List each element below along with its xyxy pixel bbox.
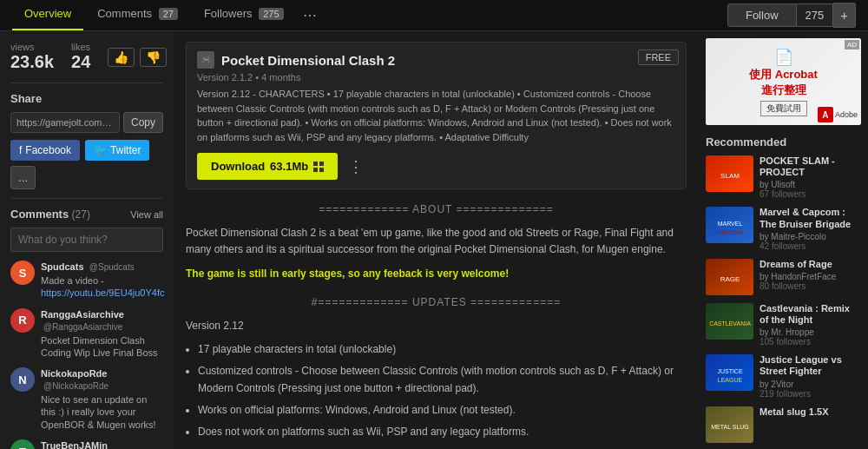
share-url-input[interactable] — [10, 112, 120, 133]
rec-thumb-svg: RAGE — [706, 259, 753, 295]
bullet-item: Customized controls - Choose between Cla… — [198, 363, 687, 396]
rec-info: Dreams of Rage by HandonFretFace 80 foll… — [760, 259, 861, 295]
download-size: 63.1Mb — [270, 160, 308, 173]
view-all-link[interactable]: View all — [130, 209, 163, 220]
about-text2: The game is still in early stages, so an… — [186, 266, 687, 282]
about-heading: ============= ABOUT ============== — [186, 201, 687, 218]
rec-item[interactable]: RAGE Dreams of Rage by HandonFretFace 80… — [706, 259, 861, 295]
rec-item[interactable]: METAL SLUG Metal slug 1.5X — [706, 406, 861, 443]
rec-item[interactable]: CASTLEVANIA Castlevania : Remix of the N… — [706, 303, 861, 347]
comment-handle: @RanggaAsiarchive — [43, 322, 122, 332]
ad-line2: 進行整理 — [761, 83, 806, 98]
nav-followers[interactable]: Followers 275 — [192, 0, 296, 30]
comment-link[interactable]: https://youtu.be/9EU4ju0Y4fc — [41, 287, 164, 298]
game-header-card: FREE 🎮 Pocket Dimensional Clash 2 Versio… — [186, 42, 687, 189]
rec-item[interactable]: SLAM POCKET SLAM - PROJECT by Ulisoft 67… — [706, 155, 861, 199]
rec-item[interactable]: MARVEL CAPCOM Marvel & Capcom : The Brui… — [706, 207, 861, 250]
ad-line1: 使用 Acrobat — [749, 67, 818, 83]
comment-user: TrueBenJAMin — [41, 440, 108, 449]
svg-text:METAL SLUG: METAL SLUG — [711, 424, 749, 430]
ad-icon: 📄 — [774, 48, 793, 67]
views-value: 23.6k — [10, 52, 54, 72]
svg-text:LEAGUE: LEAGUE — [718, 377, 743, 383]
follow-plus-button[interactable]: + — [833, 3, 856, 28]
likes-stat: likes 24 — [71, 42, 90, 72]
download-grid-icon — [313, 162, 324, 172]
avatar: T — [10, 439, 35, 449]
comments-count: (27) — [72, 208, 90, 221]
twitter-button[interactable]: 🐦 Twitter — [85, 140, 149, 161]
bullet-item: Does not work on platforms such as Wii, … — [198, 424, 687, 440]
svg-text:RAGE: RAGE — [720, 275, 740, 283]
views-stat: views 23.6k — [10, 42, 54, 72]
rec-dev: by HandonFretFace — [760, 272, 861, 281]
download-label: Download — [211, 160, 265, 173]
rec-thumb-svg: METAL SLUG — [706, 406, 753, 443]
rec-title: Metal slug 1.5X — [760, 406, 861, 418]
nav-more-button[interactable]: ⋯ — [298, 0, 322, 30]
right-sidebar: AD 📄 使用 Acrobat 進行整理 免費試用 A Adobe Recomm… — [699, 31, 868, 449]
version-label: Version 2.12 — [186, 318, 687, 334]
likes-label: likes — [71, 42, 90, 52]
rec-thumb: METAL SLUG — [706, 406, 753, 443]
svg-text:JUSTICE: JUSTICE — [717, 368, 743, 374]
comment-user: Spudcats — [41, 261, 84, 272]
svg-text:CAPCOM: CAPCOM — [717, 229, 744, 235]
rec-dev: by Mr. Hroppe — [760, 327, 861, 337]
facebook-button[interactable]: f Facebook — [10, 140, 80, 161]
rec-info: Metal slug 1.5X — [760, 406, 861, 443]
bullet-item: Works on official platforms: Windows, An… — [198, 402, 687, 419]
ad-label: AD — [845, 40, 859, 50]
svg-text:MARVEL: MARVEL — [718, 221, 743, 227]
comments-title-group: Comments (27) — [10, 208, 90, 221]
rec-followers: 67 followers — [760, 189, 861, 199]
comment-text: Nice to see an update on this :) i reall… — [41, 393, 163, 431]
left-sidebar: views 23.6k likes 24 👍 👎 Share Copy f Fa… — [0, 31, 174, 449]
rec-title: Castlevania : Remix of the Night — [760, 303, 861, 326]
action-more-button[interactable]: ⋮ — [345, 157, 367, 176]
comment-text: Made a video - https://youtu.be/9EU4ju0Y… — [41, 274, 164, 300]
game-actions: Download 63.1Mb ⋮ — [197, 153, 675, 180]
rec-thumb-svg: JUSTICE LEAGUE — [706, 354, 753, 391]
comment-user: NickokapoRde — [41, 368, 107, 379]
download-button[interactable]: Download 63.1Mb — [197, 153, 338, 180]
rec-thumb: CASTLEVANIA — [706, 303, 753, 340]
nav-followers-label: Followers — [204, 7, 253, 20]
game-title-row: 🎮 Pocket Dimensional Clash 2 — [197, 51, 675, 69]
top-navigation: Overview Comments 27 Followers 275 ⋯ Fol… — [0, 0, 868, 31]
comment-body: TrueBenJAMin @TrueBenJAMin when do you'l… — [41, 439, 163, 449]
nav-comments-label: Comments — [97, 7, 152, 20]
rec-title: Dreams of Rage — [760, 259, 861, 270]
rec-thumb: JUSTICE LEAGUE — [706, 354, 753, 391]
stats-row: views 23.6k likes 24 👍 👎 — [10, 42, 163, 72]
rec-dev: by Ulisoft — [760, 180, 861, 189]
twitter-label: Twitter — [110, 144, 141, 156]
comment-item: N NickokapoRde @NickokapoRde Nice to see… — [10, 367, 163, 431]
social-buttons: f Facebook 🐦 Twitter ... — [10, 140, 163, 189]
bullet-list: 17 playable characters in total (unlocka… — [198, 341, 687, 449]
svg-text:CASTLEVANIA: CASTLEVANIA — [709, 320, 751, 327]
nav-comments[interactable]: Comments 27 — [85, 0, 190, 30]
comments-title: Comments — [10, 208, 69, 221]
more-social-button[interactable]: ... — [10, 166, 36, 189]
nav-overview[interactable]: Overview — [12, 0, 83, 30]
bullet-item: 17 playable characters in total (unlocka… — [198, 341, 687, 358]
follow-section: Follow 275 + — [727, 3, 856, 28]
follow-button[interactable]: Follow — [727, 3, 797, 27]
comment-input[interactable] — [10, 228, 163, 252]
facebook-icon: f — [19, 144, 22, 156]
rec-info: Justice League vs Street Fighter by 2Vit… — [760, 354, 861, 398]
comment-text: Pocket Dimension Clash Coding Wip Live F… — [41, 334, 163, 360]
thumbs-down-button[interactable]: 👎 — [140, 48, 167, 67]
comment-handle: @NickokapoRde — [43, 381, 108, 391]
copy-button[interactable]: Copy — [123, 112, 163, 133]
game-title: Pocket Dimensional Clash 2 — [221, 53, 395, 68]
comment-body: Spudcats @Spudcats Made a video - https:… — [41, 261, 164, 300]
nav-items: Overview Comments 27 Followers 275 ⋯ — [12, 0, 727, 30]
thumbs-up-button[interactable]: 👍 — [108, 48, 135, 67]
recommended-title: Recommended — [706, 135, 861, 149]
share-label: Share — [10, 92, 163, 105]
rec-item[interactable]: JUSTICE LEAGUE Justice League vs Street … — [706, 354, 861, 398]
rec-dev: by Maitre-Piccolo — [760, 232, 861, 241]
ad-banner: AD 📄 使用 Acrobat 進行整理 免費試用 A Adobe — [706, 38, 861, 125]
